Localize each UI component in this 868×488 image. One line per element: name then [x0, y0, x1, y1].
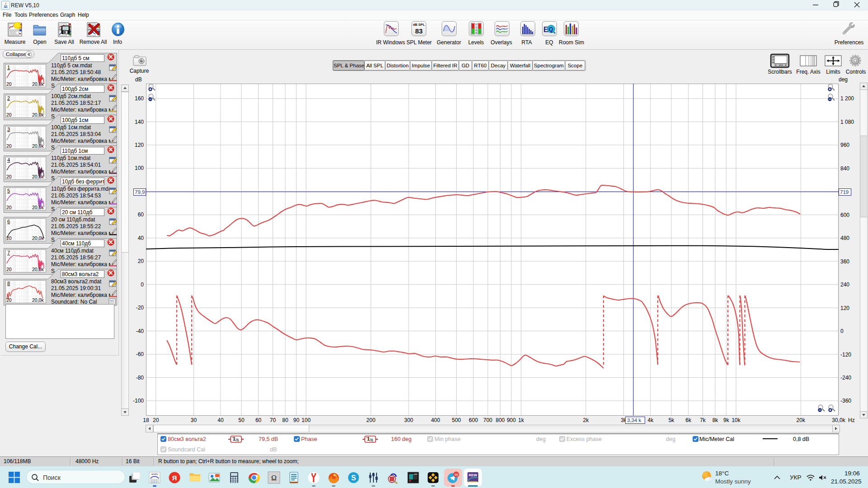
svg-text:Я: Я — [172, 474, 177, 482]
svg-text:20: 20 — [138, 258, 144, 264]
svg-text:200: 200 — [366, 417, 375, 423]
svg-text:audio: audio — [151, 473, 158, 475]
svg-text:-240: -240 — [840, 375, 851, 381]
svg-text:700: 700 — [483, 417, 492, 423]
svg-text:-360: -360 — [840, 398, 851, 404]
svg-text:5k: 5k — [669, 417, 675, 423]
svg-text:120: 120 — [840, 305, 849, 311]
svg-text:70: 70 — [270, 417, 276, 423]
svg-text:400: 400 — [431, 417, 440, 423]
svg-text:18: 18 — [143, 417, 149, 423]
svg-text:120: 120 — [135, 142, 144, 148]
svg-text:300: 300 — [404, 417, 413, 423]
svg-text:6k: 6k — [685, 417, 692, 423]
svg-text:800: 800 — [495, 417, 505, 423]
svg-text:900: 900 — [507, 417, 516, 423]
svg-text:-80: -80 — [136, 375, 144, 381]
svg-text:480: 480 — [840, 235, 849, 241]
svg-text:719: 719 — [840, 189, 849, 195]
svg-text:-20: -20 — [136, 305, 144, 311]
svg-text:60: 60 — [255, 417, 262, 423]
svg-text:240: 240 — [840, 282, 849, 288]
svg-text:7k: 7k — [700, 417, 706, 423]
svg-text:1k: 1k — [518, 417, 524, 423]
svg-text:960: 960 — [840, 142, 849, 148]
svg-text:500: 500 — [452, 417, 461, 423]
svg-text:600: 600 — [469, 417, 478, 423]
svg-text:Hz: Hz — [848, 417, 855, 423]
svg-text:-60: -60 — [136, 351, 144, 357]
svg-text:-40: -40 — [136, 328, 144, 334]
svg-text:-120: -120 — [840, 352, 851, 358]
svg-text:600: 600 — [840, 212, 849, 218]
svg-text:2k: 2k — [583, 417, 589, 423]
svg-text:/6: /6 — [236, 438, 239, 442]
svg-text:4k: 4k — [648, 417, 654, 423]
svg-text:20: 20 — [153, 417, 159, 423]
svg-text:3,34 k: 3,34 k — [627, 418, 642, 423]
svg-text:140: 140 — [135, 119, 144, 125]
svg-text:30: 30 — [191, 417, 197, 423]
svg-text:REW: REW — [469, 473, 477, 477]
svg-text:10k: 10k — [731, 417, 741, 423]
svg-text:S: S — [351, 474, 356, 482]
svg-text:20k: 20k — [797, 417, 806, 423]
svg-text:0: 0 — [141, 282, 144, 288]
svg-text:40: 40 — [217, 417, 224, 423]
svg-text:8k: 8k — [712, 417, 719, 423]
svg-text:-100: -100 — [133, 398, 144, 404]
svg-text:9k: 9k — [723, 417, 730, 423]
svg-text:840: 840 — [840, 165, 849, 172]
svg-text:/6: /6 — [370, 438, 373, 442]
svg-text:1 080: 1 080 — [840, 119, 854, 125]
svg-text:100: 100 — [135, 165, 144, 171]
svg-text:48: 48 — [454, 473, 458, 476]
svg-text:360: 360 — [840, 258, 849, 265]
svg-text:Ω: Ω — [271, 474, 277, 482]
svg-text:100: 100 — [302, 417, 311, 423]
svg-text:90: 90 — [293, 417, 300, 423]
svg-text:160: 160 — [135, 95, 144, 102]
svg-text:80: 80 — [282, 417, 288, 423]
svg-text:40: 40 — [138, 235, 144, 241]
svg-text:50: 50 — [238, 417, 245, 423]
svg-text:1 200: 1 200 — [840, 95, 854, 102]
svg-text:79,9: 79,9 — [135, 189, 145, 195]
svg-text:0: 0 — [840, 328, 844, 334]
svg-text:60: 60 — [138, 211, 144, 218]
svg-text:30,0k: 30,0k — [832, 417, 845, 423]
